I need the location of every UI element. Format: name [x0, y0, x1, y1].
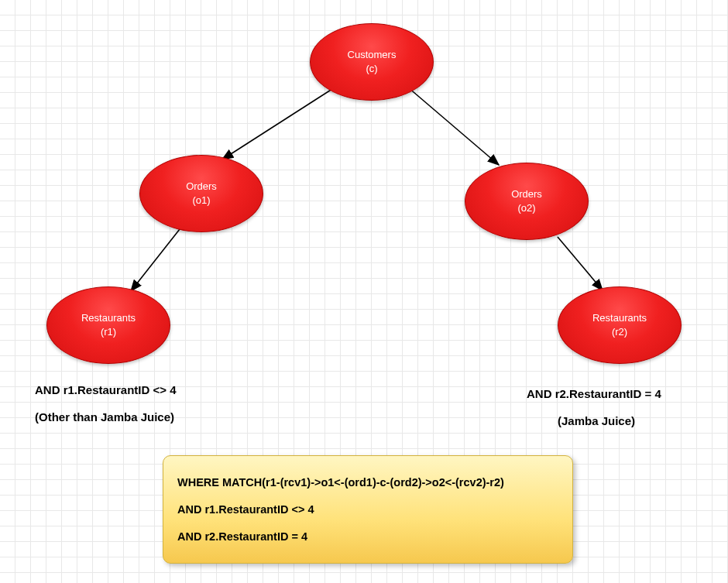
node-alias: (o2)	[517, 201, 535, 215]
node-orders-o2: Orders (o2)	[465, 163, 589, 240]
annotation-r2-note: (Jamba Juice)	[558, 414, 635, 427]
node-customers: Customers (c)	[310, 23, 434, 101]
annotation-r1-condition: AND r1.RestaurantID <> 4	[35, 383, 177, 396]
edge-o1-r1	[131, 229, 180, 291]
node-alias: (r1)	[101, 325, 116, 339]
node-orders-o1: Orders (o1)	[139, 155, 263, 232]
code-line-filter2: AND r2.RestaurantID = 4	[177, 530, 558, 543]
annotation-r1-note: (Other than Jamba Juice)	[35, 410, 174, 424]
node-label: Restaurants	[81, 311, 136, 325]
node-restaurants-r2: Restaurants (r2)	[558, 286, 682, 364]
node-label: Orders	[511, 187, 542, 201]
code-line-filter1: AND r1.RestaurantID <> 4	[177, 503, 558, 516]
query-code-box: WHERE MATCH(r1-(rcv1)->o1<-(ord1)-c-(ord…	[163, 455, 573, 564]
annotation-r2-condition: AND r2.RestaurantID = 4	[527, 387, 661, 400]
code-line-match: WHERE MATCH(r1-(rcv1)->o1<-(ord1)-c-(ord…	[177, 476, 558, 489]
node-label: Orders	[186, 180, 217, 194]
node-label: Restaurants	[592, 311, 647, 325]
edge-c-o2	[408, 87, 499, 165]
node-alias: (o1)	[192, 194, 210, 207]
node-alias: (r2)	[612, 325, 627, 339]
node-restaurants-r1: Restaurants (r1)	[46, 286, 170, 364]
node-label: Customers	[348, 48, 397, 62]
node-alias: (c)	[366, 62, 377, 76]
edge-c-o1	[222, 87, 335, 159]
edge-o2-r2	[558, 237, 603, 290]
